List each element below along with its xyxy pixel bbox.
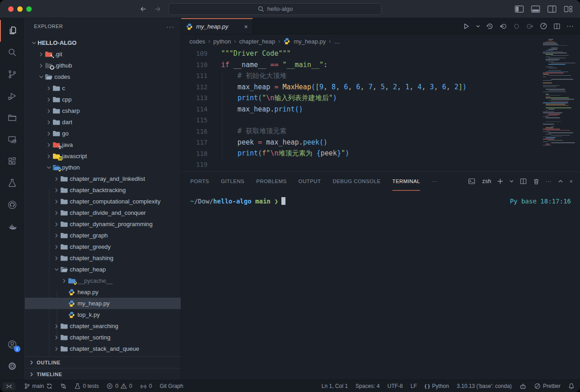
breadcrumb-item[interactable]: … [334,38,340,45]
panel-tab-gitlens[interactable]: GITLENS [221,172,244,191]
customize-layout-icon[interactable] [564,5,573,13]
status-cursor-position[interactable]: Ln 1, Col 1 [322,383,348,389]
prev-change-icon[interactable] [499,23,507,30]
activity-item-source-control[interactable] [0,63,25,85]
activity-item-settings[interactable] [0,355,25,377]
status-python-interpreter[interactable]: 3.10.13 ('base': conda) [457,383,512,389]
activity-item-accounts[interactable]: 1 [0,334,25,355]
status-indentation[interactable]: Spaces: 4 [356,383,380,389]
status-prettier[interactable]: Prettier [534,383,561,389]
toggle-panel-icon[interactable] [531,5,540,13]
close-window-button[interactable] [8,6,14,12]
tree-item-__pycache__[interactable]: __pycache__ [25,275,181,286]
activity-item-search[interactable] [0,42,25,63]
tree-item-chapter_heap[interactable]: chapter_heap [25,264,181,275]
panel-tab-problems[interactable]: PROBLEMS [256,172,286,191]
tree-item-heap.py[interactable]: heap.py [25,286,181,298]
tree-item-codes[interactable]: codes [25,71,181,82]
tree-item-chapter_graph[interactable]: chapter_graph [25,230,181,241]
toggle-sidebar-icon[interactable] [515,5,524,13]
run-python-file-icon[interactable] [463,23,470,30]
status-notifications[interactable] [568,383,575,389]
panel-tab-debug-console[interactable]: DEBUG CONSOLE [333,172,381,191]
tree-item-javascript[interactable]: JSjavascript [25,150,181,162]
panel-more-tabs-icon[interactable]: ··· [432,172,438,191]
status-ports[interactable]: 0 [140,383,152,389]
maximize-panel-icon[interactable] [557,178,564,184]
timeline-section[interactable]: TIMELINE [25,368,181,380]
breadcrumb-item[interactable]: python [213,38,231,45]
status-git-graph[interactable]: Git Graph [160,383,183,389]
shell-label[interactable]: zsh [482,178,491,184]
tree-item-cpp[interactable]: cpp [25,94,181,105]
change-icon[interactable] [513,23,520,30]
panel-tab-output[interactable]: OUTPUT [299,172,321,191]
status-remote-indicator[interactable] [3,382,15,390]
activity-item-github[interactable] [0,194,25,216]
tree-item-chapter_computational_complexity[interactable]: chapter_computational_complexity [25,196,181,207]
activity-item-extensions[interactable] [0,150,25,172]
status-copilot[interactable] [519,383,527,389]
commit-graph-icon[interactable] [540,22,547,30]
tree-item-.github[interactable]: .github [25,60,181,71]
activity-item-testing[interactable] [0,172,25,194]
tree-item-top_k.py[interactable]: top_k.py [25,309,181,320]
tree-item-go[interactable]: go [25,128,181,139]
breadcrumb-item[interactable]: codes [189,38,205,45]
forward-icon[interactable] [154,5,161,13]
status-branch[interactable]: main [24,383,53,389]
tree-item-chapter_stack_and_queue[interactable]: chapter_stack_and_queue [25,343,181,354]
explorer-more-actions-icon[interactable]: ··· [166,23,174,30]
tree-item-chapter_sorting[interactable]: chapter_sorting [25,332,181,343]
status-encoding[interactable]: UTF-8 [387,383,403,389]
tree-item-chapter_hashing[interactable]: chapter_hashing [25,252,181,264]
code-editor[interactable]: 109"""Driver Code"""110if __name__ == "_… [181,48,580,171]
terminal[interactable]: ~/Dow/hello-algo main ❯ Py base 18:17:16 [181,191,580,380]
tree-item-chapter_divide_and_conquer[interactable]: chapter_divide_and_conquer [25,207,181,218]
more-actions-icon[interactable]: ··· [566,22,574,30]
status-tests[interactable]: 0 tests [74,383,99,389]
tree-item-chapter_backtracking[interactable]: chapter_backtracking [25,184,181,196]
panel-tab-ports[interactable]: PORTS [190,172,209,191]
kill-terminal-icon[interactable] [533,178,540,185]
split-terminal-icon[interactable] [520,178,527,185]
tab-close-icon[interactable]: × [244,23,248,30]
status-problems[interactable]: 00 [106,383,132,389]
tree-item-my_heap.py[interactable]: my_heap.py [25,298,181,309]
split-editor-icon[interactable] [553,23,561,30]
next-change-icon[interactable] [526,23,534,30]
terminal-profile-dropdown-icon[interactable] [509,179,514,184]
run-dropdown-icon[interactable] [476,24,480,29]
tree-item-chapter_searching[interactable]: chapter_searching [25,320,181,332]
toggle-secondary-sidebar-icon[interactable] [547,5,556,13]
outline-section[interactable]: OUTLINE [25,356,181,368]
status-compare[interactable] [60,383,67,389]
tree-item-python[interactable]: python [25,162,181,173]
minimize-window-button[interactable] [17,6,23,12]
panel-more-actions-icon[interactable]: ··· [546,179,551,184]
tree-item-dart[interactable]: dart [25,116,181,128]
timeline-history-icon[interactable] [486,23,493,30]
tab-my-heap[interactable]: my_heap.py × [181,18,253,34]
panel-tab-terminal[interactable]: TERMINAL [392,172,420,191]
minimap[interactable] [543,39,575,149]
command-center-search[interactable]: hello-algo [169,3,382,15]
tree-item-.git[interactable]: .git [25,48,181,60]
tree-item-chapter_dynamic_programming[interactable]: chapter_dynamic_programming [25,218,181,230]
activity-item-explorer[interactable] [0,20,25,42]
tree-item-csharp[interactable]: csharp [25,105,181,116]
tree-item-c[interactable]: c [25,82,181,94]
tree-item-java[interactable]: java [25,139,181,150]
tree-item-chapter_array_and_linkedlist[interactable]: chapter_array_and_linkedlist [25,173,181,184]
breadcrumb-item[interactable]: my_heap.py [294,38,326,45]
status-language-mode[interactable]: { }Python [425,383,449,389]
tree-item-HELLO-ALGO[interactable]: HELLO-ALGO [25,37,181,48]
activity-item-docker[interactable] [0,216,25,237]
zoom-window-button[interactable] [26,6,32,12]
tree-item-chapter_greedy[interactable]: chapter_greedy [25,241,181,252]
activity-item-remote-explorer[interactable] [0,129,25,150]
breadcrumb-item[interactable]: chapter_heap [239,38,276,45]
back-icon[interactable] [140,5,147,13]
activity-item-run-debug[interactable] [0,85,25,107]
activity-item-folder-explorer[interactable] [0,107,25,129]
